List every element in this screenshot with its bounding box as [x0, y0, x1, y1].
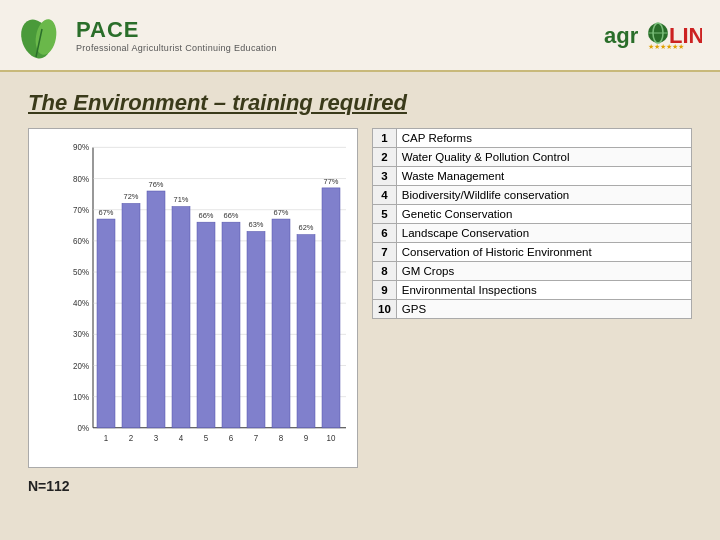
- legend-label-3: Waste Management: [396, 167, 691, 186]
- bar-label-3: 76%: [149, 180, 164, 189]
- legend-row-5: 5Genetic Conservation: [373, 205, 692, 224]
- legend-label-2: Water Quality & Pollution Control: [396, 148, 691, 167]
- bar-5: [197, 222, 215, 428]
- legend-num-5: 5: [373, 205, 397, 224]
- legend-label-6: Landscape Conservation: [396, 224, 691, 243]
- legend-num-2: 2: [373, 148, 397, 167]
- header: PACE Professional Agriculturist Continui…: [0, 0, 720, 72]
- svg-text:50%: 50%: [73, 268, 89, 277]
- legend-num-6: 6: [373, 224, 397, 243]
- svg-text:4: 4: [179, 434, 184, 443]
- agrilink-logo: agr LINK ★★★★★★: [602, 15, 702, 55]
- bar-label-9: 62%: [299, 223, 314, 232]
- bar-label-7: 63%: [249, 220, 264, 229]
- agrilink-icon: agr LINK ★★★★★★: [602, 15, 702, 55]
- bar-2: [122, 203, 140, 427]
- chart-container: 90% 80% 70% 60% 50% 40% 30% 20% 10% 0% 6…: [28, 128, 358, 468]
- legend-num-8: 8: [373, 262, 397, 281]
- legend-label-8: GM Crops: [396, 262, 691, 281]
- bar-3: [147, 191, 165, 428]
- svg-text:2: 2: [129, 434, 134, 443]
- legend-label-9: Environmental Inspections: [396, 281, 691, 300]
- svg-text:90%: 90%: [73, 143, 89, 152]
- legend-num-3: 3: [373, 167, 397, 186]
- legend-label-7: Conservation of Historic Environment: [396, 243, 691, 262]
- legend-row-8: 8GM Crops: [373, 262, 692, 281]
- legend-num-9: 9: [373, 281, 397, 300]
- svg-text:3: 3: [154, 434, 159, 443]
- logo-area: PACE Professional Agriculturist Continui…: [18, 9, 277, 61]
- bar-10: [322, 188, 340, 428]
- svg-text:0%: 0%: [77, 424, 89, 433]
- bar-9: [297, 235, 315, 428]
- legend-num-7: 7: [373, 243, 397, 262]
- content-row: 90% 80% 70% 60% 50% 40% 30% 20% 10% 0% 6…: [28, 128, 692, 468]
- bar-label-2: 72%: [124, 192, 139, 201]
- svg-text:8: 8: [279, 434, 284, 443]
- bar-label-10: 77%: [324, 177, 339, 186]
- svg-text:30%: 30%: [73, 330, 89, 339]
- legend-num-1: 1: [373, 129, 397, 148]
- bar-label-5: 66%: [199, 211, 214, 220]
- svg-text:60%: 60%: [73, 237, 89, 246]
- bar-label-8: 67%: [274, 208, 289, 217]
- svg-text:1: 1: [104, 434, 109, 443]
- svg-text:9: 9: [304, 434, 309, 443]
- table-container: 1CAP Reforms2Water Quality & Pollution C…: [372, 128, 692, 319]
- pace-leaf-icon: [18, 9, 66, 61]
- svg-text:agr: agr: [604, 23, 639, 48]
- logo-text-block: PACE Professional Agriculturist Continui…: [76, 17, 277, 53]
- legend-label-5: Genetic Conservation: [396, 205, 691, 224]
- legend-table: 1CAP Reforms2Water Quality & Pollution C…: [372, 128, 692, 319]
- bar-label-4: 71%: [174, 195, 189, 204]
- legend-num-10: 10: [373, 300, 397, 319]
- legend-row-2: 2Water Quality & Pollution Control: [373, 148, 692, 167]
- svg-text:10: 10: [327, 434, 336, 443]
- svg-text:★★★★★★: ★★★★★★: [648, 43, 684, 50]
- svg-text:20%: 20%: [73, 362, 89, 371]
- bar-label-6: 66%: [224, 211, 239, 220]
- svg-text:5: 5: [204, 434, 209, 443]
- bar-7: [247, 232, 265, 428]
- legend-row-1: 1CAP Reforms: [373, 129, 692, 148]
- legend-row-3: 3Waste Management: [373, 167, 692, 186]
- bar-label-1: 67%: [99, 208, 114, 217]
- legend-row-10: 10GPS: [373, 300, 692, 319]
- legend-row-6: 6Landscape Conservation: [373, 224, 692, 243]
- legend-label-4: Biodiversity/Wildlife conservation: [396, 186, 691, 205]
- legend-row-4: 4Biodiversity/Wildlife conservation: [373, 186, 692, 205]
- legend-label-1: CAP Reforms: [396, 129, 691, 148]
- bar-4: [172, 207, 190, 428]
- pace-subtitle: Professional Agriculturist Continuing Ed…: [76, 43, 277, 53]
- svg-text:6: 6: [229, 434, 234, 443]
- n-label: N=112: [28, 478, 692, 494]
- legend-label-10: GPS: [396, 300, 691, 319]
- bar-6: [222, 222, 240, 428]
- page-title: The Environment – training required: [28, 90, 692, 116]
- svg-text:80%: 80%: [73, 175, 89, 184]
- svg-text:70%: 70%: [73, 206, 89, 215]
- legend-row-9: 9Environmental Inspections: [373, 281, 692, 300]
- svg-text:40%: 40%: [73, 299, 89, 308]
- svg-text:10%: 10%: [73, 393, 89, 402]
- bar-chart: 90% 80% 70% 60% 50% 40% 30% 20% 10% 0% 6…: [61, 137, 351, 459]
- pace-title: PACE: [76, 17, 277, 43]
- bar-8: [272, 219, 290, 428]
- legend-num-4: 4: [373, 186, 397, 205]
- bar-1: [97, 219, 115, 428]
- main-content: The Environment – training required: [0, 72, 720, 540]
- legend-row-7: 7Conservation of Historic Environment: [373, 243, 692, 262]
- svg-text:7: 7: [254, 434, 259, 443]
